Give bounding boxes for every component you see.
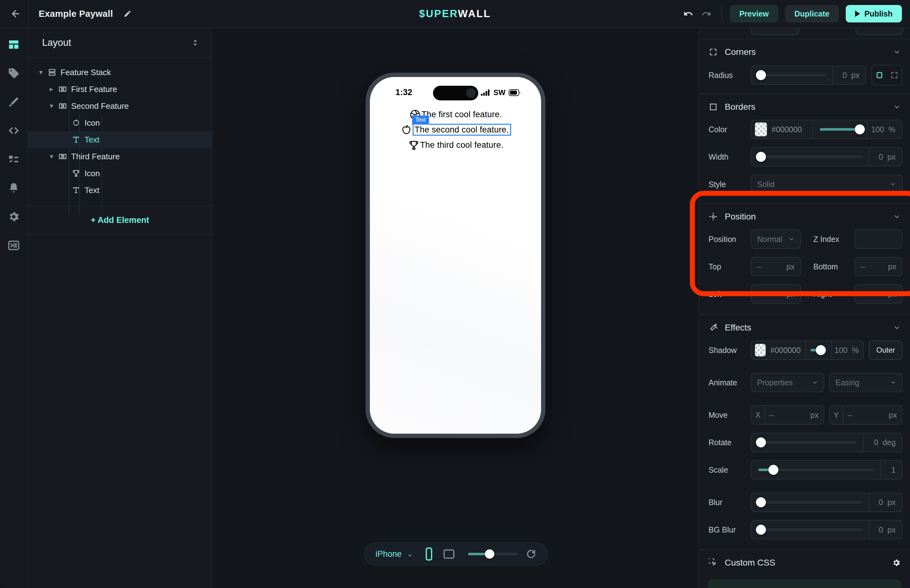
rail-item-layout[interactable] [7, 38, 20, 51]
feature-row-3[interactable]: The third cool feature. [407, 137, 503, 153]
css-settings-gear-icon[interactable] [892, 558, 901, 567]
chevron-down-icon[interactable] [893, 103, 901, 111]
custom-css-header[interactable]: Custom CSS [699, 550, 910, 575]
shadow-hex-value[interactable]: #000000 [770, 346, 800, 355]
uniform-radius-button[interactable] [872, 65, 887, 85]
width-slider-thumb[interactable] [756, 152, 766, 162]
add-property-button[interactable]: + Add Property [708, 579, 901, 588]
rotate-slider[interactable] [758, 441, 857, 444]
tree-item-text[interactable]: Text [28, 182, 212, 199]
border-style-select[interactable]: Solid [751, 174, 902, 194]
scale-value-box[interactable]: 1 [881, 465, 902, 475]
preview-button[interactable]: Preview [730, 5, 778, 23]
phone-screen[interactable]: 1:32 SW The first cool feature. [370, 77, 541, 434]
blur-slider-thumb[interactable] [756, 497, 766, 507]
move-y-input[interactable]: Y – px [829, 405, 902, 425]
bell-icon [8, 182, 19, 194]
back-button[interactable] [9, 7, 23, 21]
rail-item-checklist[interactable] [7, 153, 20, 166]
publish-button[interactable]: Publish [846, 5, 902, 23]
top-input[interactable]: – px [751, 257, 801, 276]
color-hex-value[interactable]: #000000 [771, 125, 802, 134]
move-y-value: – [843, 410, 852, 420]
zindex-input[interactable] [855, 229, 902, 249]
position-header[interactable]: Position [699, 204, 910, 229]
scale-group: 1 [751, 460, 902, 480]
color-swatch[interactable] [755, 122, 767, 137]
zoom-slider-thumb[interactable] [485, 549, 494, 559]
rail-item-theme[interactable] [7, 95, 20, 108]
portrait-mode-icon[interactable] [426, 548, 432, 561]
shadow-mode-button[interactable]: Outer [869, 341, 902, 360]
tree-item-third-feature[interactable]: ▾ Third Feature [28, 148, 212, 165]
edit-title-icon[interactable] [123, 10, 132, 18]
opacity-slider-thumb[interactable] [855, 124, 865, 134]
caret-down-icon[interactable]: ▾ [47, 102, 55, 110]
bottom-input[interactable]: – px [855, 257, 902, 276]
chevron-down-icon[interactable] [893, 213, 901, 220]
bgblur-slider[interactable] [758, 528, 862, 531]
landscape-mode-icon[interactable] [443, 549, 454, 559]
duplicate-button[interactable]: Duplicate [785, 5, 839, 23]
feature-row-2-selected[interactable]: Text The second cool feature. [400, 122, 511, 137]
move-x-input[interactable]: X – px [751, 405, 824, 425]
rail-item-console[interactable] [7, 239, 20, 252]
blur-slider[interactable] [758, 501, 862, 504]
rail-item-products[interactable] [7, 67, 20, 80]
radius-slider[interactable] [758, 74, 826, 76]
width-value-box[interactable]: 0 px [870, 152, 902, 162]
position-select[interactable]: Normal [751, 229, 801, 249]
custom-css-section: Custom CSS + Add Property CSS Styles [699, 550, 910, 588]
tree-item-second-feature[interactable]: ▾ Second Feature [28, 98, 212, 115]
caret-down-icon[interactable]: ▾ [37, 68, 45, 76]
width-slider[interactable] [758, 155, 862, 158]
rail-item-settings[interactable] [7, 210, 20, 223]
tree-item-first-feature[interactable]: ▸ First Feature [28, 81, 212, 98]
sort-icon[interactable] [191, 39, 199, 47]
bgblur-value-box[interactable]: 0 px [870, 525, 902, 535]
per-corner-radius-button[interactable] [887, 65, 902, 85]
borders-header[interactable]: Borders [699, 94, 910, 120]
tree-item-text-selected[interactable]: Text [28, 131, 212, 148]
rail-item-code[interactable] [7, 124, 20, 137]
feature-text-selected[interactable]: The second cool feature. [412, 124, 511, 136]
chevron-down-icon[interactable] [893, 324, 901, 331]
tree-item-icon[interactable]: Icon [28, 115, 212, 131]
radius-value-box[interactable]: 0 px [833, 71, 866, 80]
caret-right-icon[interactable]: ▸ [47, 85, 55, 93]
bottom-value: – [861, 262, 865, 271]
opacity-slider[interactable] [820, 128, 860, 131]
shadow-slider-thumb[interactable] [816, 345, 826, 355]
shadow-color-swatch[interactable] [755, 344, 766, 357]
scale-slider[interactable] [758, 468, 873, 471]
blur-value-box[interactable]: 0 px [870, 498, 902, 507]
text-icon [71, 135, 81, 144]
tree-item-icon[interactable]: Icon [28, 165, 212, 182]
left-input[interactable]: – px [751, 284, 801, 304]
animate-properties-select[interactable]: Properties [751, 373, 824, 392]
rotate-value-box[interactable]: 0 deg [864, 438, 902, 447]
bgblur-slider-thumb[interactable] [756, 525, 766, 535]
undo-icon[interactable] [683, 9, 693, 19]
opacity-value-box[interactable]: 100 % [867, 125, 902, 134]
redo-icon[interactable] [701, 9, 711, 19]
chevron-down-icon[interactable] [893, 48, 901, 56]
scale-slider-thumb[interactable] [768, 465, 778, 475]
add-element-button[interactable]: + Add Element [28, 205, 212, 235]
radius-slider-thumb[interactable] [756, 70, 766, 80]
caret-down-icon[interactable]: ▾ [47, 152, 55, 161]
chevron-down-icon[interactable]: ⌄ [407, 550, 412, 558]
refresh-icon[interactable] [526, 549, 537, 559]
rotate-slider-thumb[interactable] [756, 438, 766, 447]
animate-easing-select[interactable]: Easing [829, 373, 902, 392]
shadow-opacity-slider[interactable] [810, 349, 827, 351]
right-input[interactable]: – px [855, 284, 902, 304]
rail-item-notifications[interactable] [7, 181, 20, 195]
shadow-opacity-box[interactable]: 100 % [832, 346, 863, 355]
tree-item-feature-stack[interactable]: ▾ Feature Stack [28, 64, 212, 81]
device-select[interactable]: iPhone [375, 549, 402, 559]
effects-header[interactable]: Effects [699, 315, 910, 341]
top-bar: Example Paywall $UPERWALL Preview Duplic… [0, 0, 910, 28]
zoom-slider[interactable] [468, 553, 518, 555]
corners-header[interactable]: Corners [699, 39, 910, 65]
